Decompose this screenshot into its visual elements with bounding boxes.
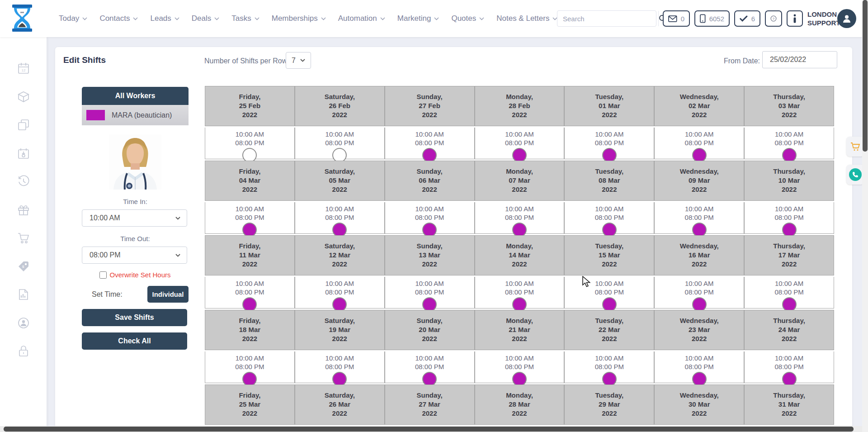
booking-calendar-icon[interactable] bbox=[17, 147, 30, 160]
nav-marketing[interactable]: Marketing bbox=[397, 14, 439, 23]
shifts-per-row-label: Number of Shifts per Row: bbox=[204, 57, 289, 65]
week-shift-row: 10:00 AM08:00 PM10:00 AM08:00 PM10:00 AM… bbox=[205, 277, 834, 309]
chevron-down-icon bbox=[175, 254, 180, 257]
phone-count-button[interactable]: 6052 bbox=[694, 10, 730, 27]
all-workers-button[interactable]: All Workers bbox=[82, 87, 189, 105]
week-header-row: Friday,04 Mar2022Saturday,05 Mar2022Sund… bbox=[205, 161, 834, 201]
history-icon[interactable] bbox=[17, 175, 30, 188]
shift-time-out: 08:00 PM bbox=[565, 213, 654, 222]
shifts-per-row-select[interactable]: 7 bbox=[286, 52, 311, 69]
shift-cell: 10:00 AM08:00 PM bbox=[475, 277, 565, 309]
user-circle-icon[interactable] bbox=[17, 317, 30, 329]
products-icon[interactable] bbox=[17, 90, 30, 103]
nav-notes-letters[interactable]: Notes & Letters bbox=[496, 14, 557, 23]
shift-cell: 10:00 AM08:00 PM bbox=[295, 277, 385, 309]
horizontal-scrollbar-thumb[interactable] bbox=[4, 427, 854, 432]
shift-time-in: 10:00 AM bbox=[385, 130, 474, 138]
day-header: Monday,21 Mar2022 bbox=[475, 310, 565, 350]
calendar-icon[interactable]: 12 bbox=[17, 62, 30, 75]
time-out-select[interactable]: 08:00 PM bbox=[82, 247, 187, 264]
cart-icon[interactable] bbox=[17, 232, 30, 244]
nav-automation[interactable]: Automation bbox=[338, 14, 385, 23]
shift-time-in: 10:00 AM bbox=[565, 354, 654, 362]
info-button[interactable] bbox=[787, 10, 803, 27]
shift-cell: 10:00 AM08:00 PM bbox=[744, 202, 834, 234]
nav-deals[interactable]: Deals bbox=[192, 14, 219, 23]
shift-time-out: 08:00 PM bbox=[745, 138, 834, 147]
check-all-button[interactable]: Check All bbox=[82, 332, 187, 350]
day-header: Tuesday,15 Mar2022 bbox=[564, 235, 654, 275]
gift-icon[interactable] bbox=[17, 204, 30, 216]
shift-cell: 10:00 AM08:00 PM bbox=[475, 202, 565, 234]
shift-cell: 10:00 AM08:00 PM bbox=[475, 128, 565, 159]
price-tag-icon[interactable]: $ bbox=[17, 260, 30, 273]
nav-today[interactable]: Today bbox=[59, 14, 87, 23]
report-icon[interactable] bbox=[17, 288, 30, 301]
phone-count: 6052 bbox=[709, 15, 724, 23]
mobile-phone-icon bbox=[700, 14, 706, 23]
nav-memberships[interactable]: Memberships bbox=[272, 14, 326, 23]
shift-time-out: 08:00 PM bbox=[295, 362, 384, 371]
whatsapp-float-button[interactable] bbox=[846, 165, 864, 185]
day-header: Tuesday,01 Mar2022 bbox=[564, 86, 654, 126]
shift-cell: 10:00 AM08:00 PM bbox=[385, 277, 475, 309]
copy-icon[interactable] bbox=[17, 119, 30, 131]
day-header: Thursday,31 Mar2022 bbox=[744, 385, 834, 425]
shift-time-in: 10:00 AM bbox=[475, 204, 564, 213]
cart-float-button[interactable] bbox=[846, 137, 864, 157]
lock-icon[interactable] bbox=[17, 345, 30, 357]
app-logo-icon[interactable] bbox=[11, 5, 33, 32]
email-count-button[interactable]: 0 bbox=[663, 10, 690, 27]
user-avatar[interactable] bbox=[837, 9, 856, 28]
nav-leads[interactable]: Leads bbox=[150, 14, 179, 23]
from-date-input[interactable] bbox=[762, 51, 837, 68]
day-header: Saturday,26 Mar2022 bbox=[295, 385, 385, 425]
time-in-select[interactable]: 10:00 AM bbox=[82, 209, 187, 227]
person-icon bbox=[842, 14, 852, 24]
day-header: Monday,14 Mar2022 bbox=[475, 235, 565, 275]
day-header: Sunday,13 Mar2022 bbox=[385, 235, 475, 275]
shift-time-out: 08:00 PM bbox=[205, 362, 294, 371]
main-menu: Today Contacts Leads Deals Tasks Members… bbox=[59, 0, 586, 37]
chevron-down-icon bbox=[82, 17, 87, 20]
shift-cell: 10:00 AM08:00 PM bbox=[385, 351, 475, 383]
tasks-count: 6 bbox=[751, 15, 755, 23]
icon-sidebar: 12 $ bbox=[0, 37, 47, 432]
tasks-count-button[interactable]: 6 bbox=[734, 10, 760, 27]
shift-cell: 10:00 AM08:00 PM bbox=[295, 128, 385, 159]
week-shift-row: 10:00 AM08:00 PM10:00 AM08:00 PM10:00 AM… bbox=[205, 351, 834, 383]
shift-time-out: 08:00 PM bbox=[205, 288, 294, 296]
shift-time-in: 10:00 AM bbox=[295, 279, 384, 288]
save-shifts-button[interactable]: Save Shifts bbox=[82, 309, 187, 326]
worker-row[interactable]: MARA (beautician) bbox=[82, 105, 189, 125]
nav-contacts[interactable]: Contacts bbox=[99, 14, 138, 23]
day-header: Saturday,12 Mar2022 bbox=[295, 235, 385, 275]
shift-time-in: 10:00 AM bbox=[205, 279, 294, 288]
day-header: Sunday,27 Mar2022 bbox=[385, 385, 475, 425]
horizontal-scrollbar[interactable] bbox=[0, 426, 862, 432]
nav-quotes[interactable]: Quotes bbox=[451, 14, 484, 23]
shift-cell: 10:00 AM08:00 PM bbox=[385, 128, 475, 159]
nav-tasks[interactable]: Tasks bbox=[231, 14, 259, 23]
shift-time-out: 08:00 PM bbox=[385, 213, 474, 222]
help-button[interactable]: ? bbox=[765, 10, 782, 27]
shift-cell: 10:00 AM08:00 PM bbox=[564, 128, 654, 159]
search-input[interactable] bbox=[557, 15, 658, 23]
shift-time-in: 10:00 AM bbox=[475, 130, 564, 138]
vertical-scrollbar-thumb[interactable] bbox=[863, 0, 868, 152]
chevron-down-icon bbox=[133, 17, 138, 20]
worker-photo bbox=[109, 134, 161, 190]
chevron-down-icon bbox=[300, 59, 305, 62]
time-in-value: 10:00 AM bbox=[90, 214, 120, 222]
shift-cell: 10:00 AM08:00 PM bbox=[564, 277, 654, 309]
time-out-value: 08:00 PM bbox=[90, 251, 120, 259]
time-in-label: Time In: bbox=[82, 198, 189, 205]
shift-time-in: 10:00 AM bbox=[385, 354, 474, 362]
shift-cell: 10:00 AM08:00 PM bbox=[744, 277, 834, 309]
chevron-down-icon bbox=[380, 17, 385, 20]
overwrite-checkbox[interactable] bbox=[99, 271, 107, 279]
overwrite-label[interactable]: Overwrite Set Hours bbox=[109, 271, 170, 279]
individual-button[interactable]: Individual bbox=[147, 286, 189, 303]
vertical-scrollbar[interactable] bbox=[862, 0, 868, 432]
shift-cell: 10:00 AM08:00 PM bbox=[205, 128, 295, 159]
